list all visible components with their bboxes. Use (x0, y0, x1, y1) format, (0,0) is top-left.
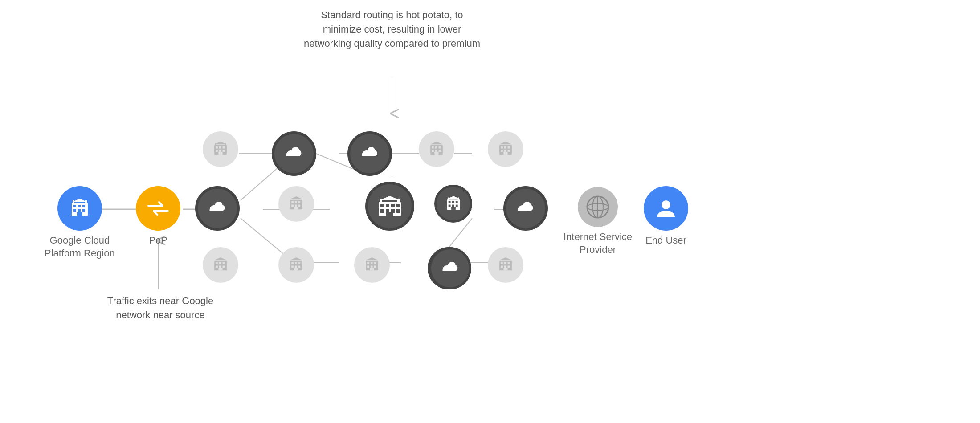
building-icon-google-cloud (68, 197, 91, 220)
svg-rect-36 (216, 150, 218, 152)
svg-rect-104 (291, 262, 294, 264)
svg-rect-62 (291, 201, 294, 203)
svg-rect-100 (223, 266, 225, 268)
building-circle-mid-l (278, 186, 314, 222)
router-circle-center (365, 182, 414, 231)
cloud-icon-r (514, 199, 537, 218)
building-circle-bot-l (203, 247, 238, 283)
diagram-container: Standard routing is hot potato, to minim… (0, 0, 980, 423)
router-circle-r (503, 186, 548, 231)
svg-rect-99 (219, 266, 221, 268)
svg-rect-47 (432, 150, 434, 152)
svg-rect-21 (74, 205, 76, 207)
svg-rect-118 (374, 266, 376, 268)
building-circle-top-r1 (419, 131, 454, 167)
svg-rect-92 (457, 197, 459, 200)
svg-rect-45 (435, 146, 437, 149)
svg-rect-88 (452, 204, 454, 207)
svg-rect-33 (216, 146, 218, 149)
svg-point-135 (662, 200, 670, 209)
svg-rect-84 (448, 201, 450, 203)
end-user-circle (644, 186, 688, 231)
svg-marker-129 (499, 257, 512, 260)
svg-rect-123 (504, 262, 506, 264)
svg-rect-95 (216, 262, 218, 264)
building-circle-bot-cr (354, 247, 390, 283)
svg-rect-109 (298, 266, 301, 268)
svg-rect-22 (78, 205, 81, 207)
building-icon-bcr (363, 256, 381, 274)
isp-node: Internet Service Provider (564, 187, 632, 256)
svg-rect-50 (434, 152, 438, 155)
svg-rect-49 (439, 150, 441, 152)
svg-rect-101 (218, 268, 222, 270)
router-node-top-center-left (272, 131, 316, 176)
google-cloud-circle (57, 186, 102, 231)
svg-rect-98 (216, 266, 218, 268)
arrows-icon-pop (147, 200, 170, 216)
svg-rect-25 (78, 209, 81, 212)
building-icon-rc (443, 195, 464, 213)
svg-rect-115 (374, 262, 376, 264)
person-icon-end-user (654, 197, 678, 220)
building-node-bot-fr (488, 247, 523, 283)
svg-rect-54 (504, 146, 506, 149)
svg-rect-23 (82, 205, 85, 207)
router-circle-1 (195, 186, 240, 231)
svg-rect-35 (223, 146, 225, 149)
svg-rect-59 (503, 152, 507, 155)
svg-rect-127 (508, 266, 510, 268)
building-icon-bc (287, 256, 305, 274)
svg-rect-119 (370, 268, 374, 270)
svg-rect-122 (501, 262, 503, 264)
pop-circle (136, 186, 180, 231)
router-node-right (503, 186, 548, 231)
globe-icon-isp (586, 195, 610, 220)
svg-marker-82 (379, 196, 400, 200)
top-annotation: Standard routing is hot potato, to minim… (303, 8, 481, 51)
cloud-icon-tcr (358, 144, 381, 163)
svg-rect-108 (295, 266, 297, 268)
svg-rect-37 (219, 150, 221, 152)
svg-rect-78 (396, 209, 400, 213)
router-node-top-center-right (347, 131, 392, 176)
building-icon-center (376, 195, 403, 217)
svg-rect-44 (432, 146, 434, 149)
svg-rect-41 (225, 143, 226, 146)
building-node-top-r2 (488, 131, 523, 167)
svg-rect-128 (503, 268, 507, 270)
svg-rect-65 (291, 205, 294, 207)
svg-rect-40 (215, 143, 216, 146)
cloud-icon-tcl (282, 144, 306, 163)
svg-rect-56 (501, 150, 503, 152)
router-node-center (365, 182, 414, 231)
svg-rect-27 (77, 212, 82, 216)
svg-rect-58 (508, 150, 510, 152)
svg-rect-126 (504, 266, 506, 268)
cloud-icon-bottom-abs (439, 259, 462, 278)
svg-rect-79 (386, 212, 393, 216)
svg-rect-38 (223, 150, 225, 152)
svg-rect-110 (294, 268, 298, 270)
building-icon-tr2 (497, 140, 514, 158)
svg-rect-46 (439, 146, 441, 149)
building-circle-bot-fr (488, 247, 523, 283)
cloud-icon-1 (206, 199, 229, 218)
building-node-bot-cr (354, 247, 390, 283)
end-user-node: End User (644, 186, 688, 247)
building-node-top-r1 (419, 131, 454, 167)
building-icon-tr1 (428, 140, 445, 158)
svg-rect-116 (367, 266, 369, 268)
svg-rect-96 (219, 262, 221, 264)
svg-rect-68 (294, 207, 298, 209)
router-circle-tcr (347, 131, 392, 176)
svg-rect-97 (223, 262, 225, 264)
svg-rect-90 (451, 207, 456, 209)
svg-rect-105 (295, 262, 297, 264)
svg-rect-53 (501, 146, 503, 149)
building-icon-tl (212, 140, 229, 158)
svg-rect-107 (291, 266, 294, 268)
svg-rect-55 (508, 146, 510, 149)
building-circle-bot-c (278, 247, 314, 283)
building-icon-ml (287, 195, 305, 213)
